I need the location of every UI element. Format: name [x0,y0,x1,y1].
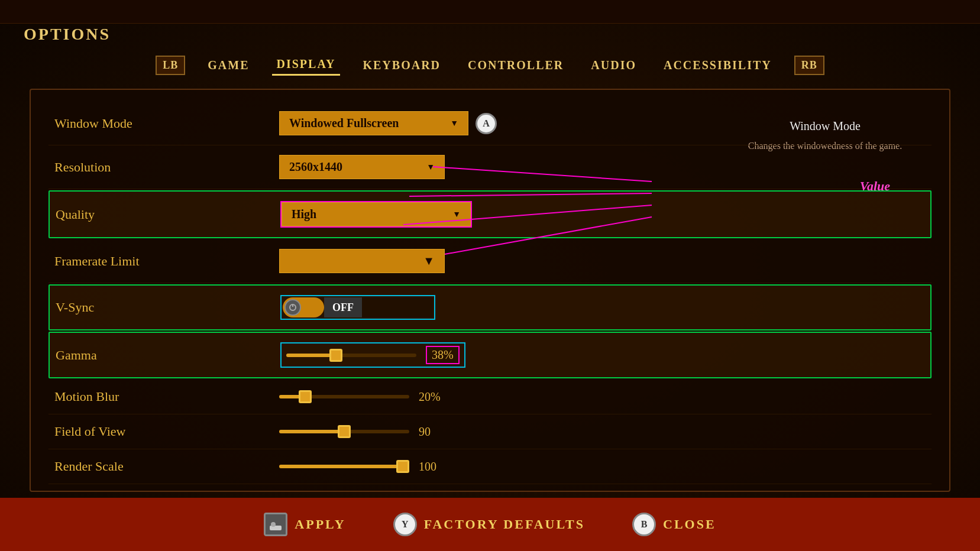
tab-display[interactable]: DISPLAY [272,54,341,76]
fov-slider-wrapper: 90 [279,425,454,439]
resolution-label: Resolution [54,160,279,175]
page-title: OPTIONS [24,25,111,44]
ls-icon [267,516,284,533]
quality-label: Quality [56,207,280,222]
svg-rect-6 [270,526,282,530]
apply-label: APPLY [295,517,345,532]
a-button[interactable]: A [476,113,497,134]
render-scale-label: Render Scale [54,459,279,474]
render-scale-slider-wrapper: 100 [279,460,454,474]
gamma-label: Gamma [56,348,280,363]
fov-slider-track[interactable] [279,430,409,433]
factory-defaults-action[interactable]: Y FACTORY DEFAULTS [393,513,585,536]
vsync-value: OFF [324,297,362,317]
power-icon [289,303,297,312]
bottom-bar: APPLY Y FACTORY DEFAULTS B CLOSE [0,498,980,551]
close-label: CLOSE [663,517,716,532]
tab-game[interactable]: GAME [203,56,254,75]
vsync-label: V-Sync [56,300,280,315]
setting-row-fov: Field of View 90 [48,414,932,449]
vsync-toggle-wrapper: OFF [280,295,435,320]
tab-accessibility[interactable]: ACCESSIBILITY [659,56,777,75]
chevron-down-icon: ▼ [452,210,461,219]
content-panel: Window Mode Changes the windowedness of … [30,89,950,492]
gamma-control: 38% [280,342,924,368]
value-annotation-label: Value [860,179,890,194]
setting-row-window-mode: Window Mode Windowed Fullscreen ▼ A [48,102,932,145]
render-scale-value: 100 [419,460,454,474]
b-button-icon: B [632,513,656,536]
quality-control: High ▼ [280,201,924,228]
window-mode-label: Window Mode [54,116,279,131]
motion-blur-value: 20% [419,390,454,404]
setting-row-render-scale: Render Scale 100 [48,449,932,484]
toggle-knob [284,299,301,316]
motion-blur-slider-track[interactable] [279,395,409,398]
quality-dropdown[interactable]: High ▼ [282,202,471,226]
framerate-dropdown[interactable]: ▼ [279,249,445,273]
chevron-down-icon: ▼ [423,254,435,268]
vsync-control: OFF [280,295,924,320]
tab-audio[interactable]: AUDIO [586,56,641,75]
chevron-down-icon: ▼ [426,163,435,172]
render-scale-slider-track[interactable] [279,465,409,468]
motion-blur-control: 20% [279,390,926,404]
motion-blur-label: Motion Blur [54,389,279,404]
setting-row-resolution: Resolution 2560x1440 ▼ [48,145,932,189]
vsync-toggle[interactable] [283,297,324,317]
close-action[interactable]: B CLOSE [632,513,716,536]
setting-row-motion-blur: Motion Blur 20% [48,380,932,414]
motion-blur-slider-wrapper: 20% [279,390,454,404]
tab-controller[interactable]: CONTROLLER [463,56,568,75]
fov-label: Field of View [54,424,279,439]
fov-control: 90 [279,425,926,439]
resolution-control: 2560x1440 ▼ [279,155,926,179]
setting-row-gamma: Gamma 38% [48,332,932,378]
chevron-down-icon: ▼ [450,119,458,128]
framerate-control: ▼ [279,249,926,273]
setting-row-quality: Quality High ▼ [48,190,932,238]
svg-point-7 [271,522,276,527]
render-scale-control: 100 [279,460,926,474]
ls-button-icon [264,513,287,536]
y-button-icon: Y [393,513,417,536]
gamma-slider-wrapper: 38% [280,342,465,368]
gamma-value: 38% [432,348,454,361]
fov-value: 90 [419,425,454,439]
framerate-label: Framerate Limit [54,254,279,269]
nav-tabs: LB GAME DISPLAY KEYBOARD CONTROLLER AUDI… [0,47,980,83]
top-bar [0,0,980,24]
nav-lb-button[interactable]: LB [156,56,185,75]
setting-row-framerate: Framerate Limit ▼ [48,239,932,283]
nav-rb-button[interactable]: RB [794,56,824,75]
window-mode-dropdown[interactable]: Windowed Fullscreen ▼ [279,111,468,135]
window-mode-control: Windowed Fullscreen ▼ A [279,111,926,135]
factory-defaults-label: FACTORY DEFAULTS [424,517,585,532]
setting-row-vsync: V-Sync OFF [48,284,932,330]
gamma-slider-track[interactable] [286,354,416,357]
apply-action[interactable]: APPLY [264,513,345,536]
resolution-dropdown[interactable]: 2560x1440 ▼ [279,155,445,179]
tab-keyboard[interactable]: KEYBOARD [358,56,445,75]
